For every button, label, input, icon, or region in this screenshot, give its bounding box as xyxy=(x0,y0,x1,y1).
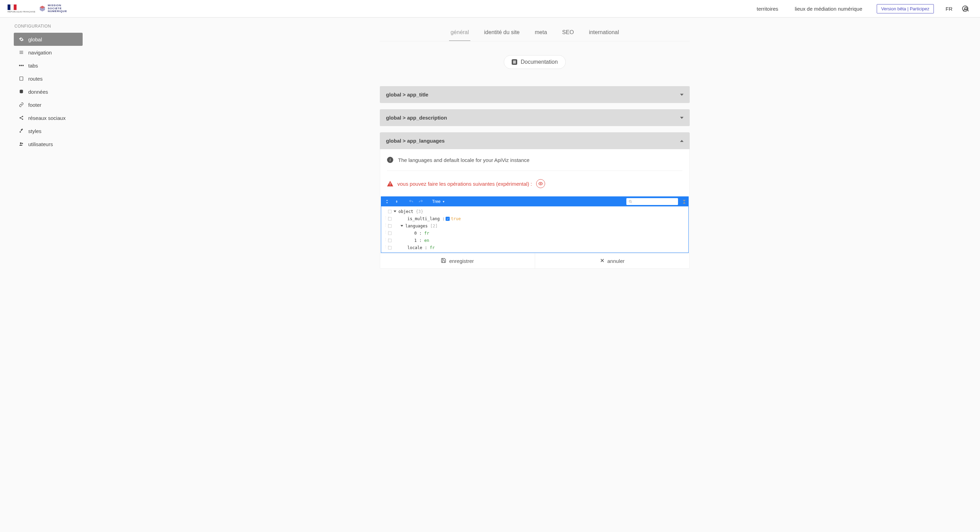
tab-identite[interactable]: identité du site xyxy=(483,24,521,41)
chevron-up-icon xyxy=(680,140,684,142)
json-tree: object {3} ⋮⋮ is_multi_lang : true xyxy=(381,206,688,253)
context-menu-icon[interactable] xyxy=(388,210,391,213)
info-icon: i xyxy=(387,157,393,163)
logo-block: RÉPUBLIQUE FRANÇAISE MISSION SOCIÉTÉ NUM… xyxy=(8,4,67,13)
panel-app-languages-group: global > app_languages i The languages a… xyxy=(380,132,690,269)
tab-general[interactable]: général xyxy=(449,24,470,41)
svg-point-12 xyxy=(20,142,22,144)
undo-button[interactable] xyxy=(408,199,414,205)
sidebar-item-routes[interactable]: routes xyxy=(14,72,83,85)
panel-body: i The languages and default locale for y… xyxy=(380,149,690,269)
info-text: The languages and default locale for you… xyxy=(398,157,530,163)
tree-row-lang0[interactable]: ⋮⋮ 0 : fr xyxy=(381,229,688,237)
sidebar-item-donnees[interactable]: données xyxy=(14,85,83,98)
nav-territoires[interactable]: territoires xyxy=(749,6,787,12)
user-icon[interactable] xyxy=(962,5,968,12)
sidebar-item-label: styles xyxy=(28,128,41,134)
context-menu-icon[interactable] xyxy=(388,239,391,242)
share-icon xyxy=(19,115,24,121)
nav-lieux[interactable]: lieux de médiation numérique xyxy=(786,6,870,12)
drag-handle-icon[interactable]: ⋮⋮ xyxy=(384,217,387,221)
tab-bar: général identité du site meta SEO intern… xyxy=(380,24,690,41)
panel-header: global > app_title xyxy=(386,92,428,97)
book-icon xyxy=(512,59,517,65)
svg-point-8 xyxy=(20,117,21,118)
panel-app-title[interactable]: global > app_title xyxy=(380,86,690,103)
svg-line-11 xyxy=(21,118,22,119)
sidebar-item-label: tabs xyxy=(28,63,38,68)
tab-meta[interactable]: meta xyxy=(533,24,549,41)
svg-point-9 xyxy=(22,118,24,120)
eye-button[interactable] xyxy=(536,179,545,188)
sidebar-item-global[interactable]: global xyxy=(14,33,83,46)
hexagon-icon xyxy=(39,5,46,13)
warn-text: vous pouvez faire les opérations suivant… xyxy=(398,181,532,187)
tab-international[interactable]: international xyxy=(587,24,620,41)
language-selector[interactable]: FR xyxy=(940,6,958,12)
panel-header: global > app_languages xyxy=(386,138,445,144)
sidebar-item-tabs[interactable]: ••• tabs xyxy=(14,59,83,72)
tree-row-locale[interactable]: ⋮⋮ locale : fr xyxy=(381,244,688,251)
json-search-input[interactable] xyxy=(626,198,678,205)
checkbox-icon[interactable] xyxy=(445,217,450,221)
panel-app-description[interactable]: global > app_description xyxy=(380,109,690,126)
toggle-icon[interactable] xyxy=(401,225,403,227)
drag-handle-icon[interactable]: ⋮⋮ xyxy=(384,224,387,228)
context-menu-icon[interactable] xyxy=(388,246,391,250)
toggle-icon[interactable] xyxy=(394,210,396,212)
beta-button[interactable]: Version bêta | Participez xyxy=(877,4,934,13)
fr-flag-icon xyxy=(8,5,16,10)
warning-icon xyxy=(387,181,393,186)
save-label: enregistrer xyxy=(449,258,474,264)
sidebar-item-footer[interactable]: footer xyxy=(14,98,83,111)
sidebar-item-label: footer xyxy=(28,102,41,108)
tab-seo[interactable]: SEO xyxy=(561,24,575,41)
redo-button[interactable] xyxy=(418,199,424,205)
sidebar-item-label: utilisateurs xyxy=(28,141,53,147)
tree-row-root[interactable]: object {3} xyxy=(381,208,688,215)
mode-dropdown[interactable]: Tree ▼ xyxy=(432,199,445,204)
expand-all-button[interactable] xyxy=(384,199,390,205)
save-button[interactable]: enregistrer xyxy=(380,253,535,268)
context-menu-icon[interactable] xyxy=(388,224,391,228)
users-icon xyxy=(19,141,24,147)
tree-row-languages[interactable]: ⋮⋮ languages [2] xyxy=(381,222,688,229)
main-content: général identité du site meta SEO intern… xyxy=(376,18,693,289)
collapse-all-button[interactable] xyxy=(394,199,400,205)
search-nav[interactable] xyxy=(683,200,686,204)
json-toolbar: Tree ▼ xyxy=(381,197,688,206)
link-icon xyxy=(19,102,24,107)
panel-header: global > app_description xyxy=(386,115,447,121)
cancel-label: annuler xyxy=(608,258,625,264)
tree-row-multilang[interactable]: ⋮⋮ is_multi_lang : true xyxy=(381,215,688,222)
context-menu-icon[interactable] xyxy=(388,231,391,235)
sidebar-item-navigation[interactable]: navigation xyxy=(14,46,83,59)
drag-handle-icon[interactable]: ⋮⋮ xyxy=(384,231,387,235)
sidebar-item-reseaux[interactable]: réseaux sociaux xyxy=(14,111,83,124)
cancel-button[interactable]: annuler xyxy=(535,253,690,268)
warn-row: vous pouvez faire les opérations suivant… xyxy=(380,171,689,196)
sidebar-item-label: routes xyxy=(28,76,43,82)
chevron-down-icon xyxy=(680,94,684,96)
documentation-button[interactable]: Documentation xyxy=(504,55,566,69)
panel-app-languages[interactable]: global > app_languages xyxy=(380,132,690,149)
sidebar-item-label: données xyxy=(28,89,48,95)
page-icon xyxy=(19,76,24,81)
sidebar-item-utilisateurs[interactable]: utilisateurs xyxy=(14,137,83,151)
sidebar-item-label: global xyxy=(28,37,42,42)
chevron-down-icon xyxy=(680,117,684,119)
database-icon xyxy=(19,89,24,94)
tree-row-lang1[interactable]: ⋮⋮ 1 : en xyxy=(381,237,688,244)
svg-rect-5 xyxy=(20,77,23,81)
sidebar-item-label: réseaux sociaux xyxy=(28,115,65,121)
app-header: RÉPUBLIQUE FRANÇAISE MISSION SOCIÉTÉ NUM… xyxy=(0,0,980,18)
sidebar-item-styles[interactable]: styles xyxy=(14,124,83,137)
drag-handle-icon[interactable]: ⋮⋮ xyxy=(384,239,387,242)
gov-text: RÉPUBLIQUE FRANÇAISE xyxy=(8,11,35,13)
dots-icon: ••• xyxy=(19,63,24,68)
mission-logo: MISSION SOCIÉTÉ NUMÉRIQUE xyxy=(39,4,67,13)
sidebar-list: global navigation ••• tabs routes xyxy=(14,33,89,151)
sidebar-title: CONFIGURATION xyxy=(14,24,89,29)
context-menu-icon[interactable] xyxy=(388,217,391,220)
svg-point-13 xyxy=(22,143,23,144)
